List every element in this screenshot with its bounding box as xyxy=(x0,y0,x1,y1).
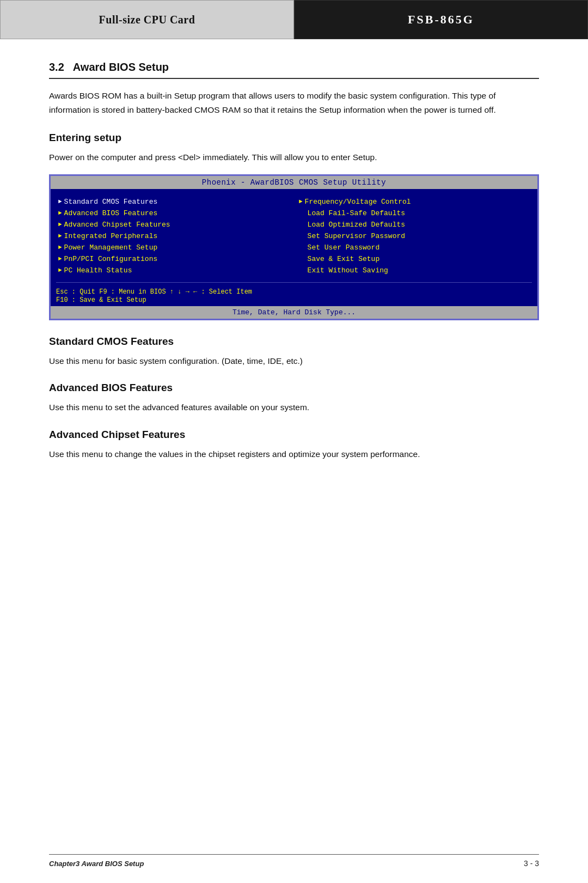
bios-arrow-advanced-chipset: ► xyxy=(58,221,62,228)
section-number: 3.2 xyxy=(49,61,64,73)
bios-arrow-pc-health: ► xyxy=(58,267,62,273)
bios-left-col: ► Standard CMOS Features ► Advanced BIOS… xyxy=(56,197,291,276)
bios-divider xyxy=(56,282,532,283)
advanced-chipset-text: Use this menu to change the values in th… xyxy=(49,447,539,461)
advanced-bios-section: Advanced BIOS Features Use this menu to … xyxy=(49,382,539,415)
bios-arrow-freq-voltage: ► xyxy=(299,198,303,205)
bios-item-pc-health[interactable]: ► PC Health Status xyxy=(56,265,291,276)
bios-screen: Phoenix - AwardBIOS CMOS Setup Utility ►… xyxy=(49,174,539,320)
bios-label-load-failsafe: Load Fail-Safe Defaults xyxy=(299,209,405,217)
advanced-bios-text: Use this menu to set the advanced featur… xyxy=(49,400,539,415)
bios-right-col: ► Frequency/Voltage Control Load Fail-Sa… xyxy=(297,197,532,276)
advanced-chipset-heading: Advanced Chipset Features xyxy=(49,429,539,441)
main-content: 3.2 Award BIOS Setup Awards BIOS ROM has… xyxy=(0,39,588,488)
bios-label-integrated-peripherals: Integrated Peripherals xyxy=(64,232,158,240)
entering-setup-text: Power on the computer and press <Del> im… xyxy=(49,150,539,165)
advanced-bios-heading: Advanced BIOS Features xyxy=(49,382,539,394)
intro-text: Awards BIOS ROM has a built-in Setup pro… xyxy=(49,89,539,117)
advanced-chipset-section: Advanced Chipset Features Use this menu … xyxy=(49,429,539,461)
bios-status-line2: F10 : Save & Exit Setup xyxy=(56,296,532,304)
standard-cmos-heading: Standard CMOS Features xyxy=(49,336,539,348)
bios-arrow-integrated-peripherals: ► xyxy=(58,233,62,239)
bios-title-bar: Phoenix - AwardBIOS CMOS Setup Utility xyxy=(51,176,537,189)
bios-menu-area: ► Standard CMOS Features ► Advanced BIOS… xyxy=(51,189,537,279)
bios-item-set-user[interactable]: Set User Password xyxy=(297,242,532,253)
bios-item-pnp-pci[interactable]: ► PnP/PCI Configurations xyxy=(56,254,291,264)
bios-item-advanced-chipset[interactable]: ► Advanced Chipset Features xyxy=(56,220,291,230)
bios-label-power-management: Power Management Setup xyxy=(64,243,158,252)
bios-label-exit-nosave: Exit Without Saving xyxy=(299,266,388,275)
bios-label-advanced-bios: Advanced BIOS Features xyxy=(64,209,158,217)
page-footer: Chapter3 Award BIOS Setup 3 - 3 xyxy=(49,854,539,868)
bios-item-exit-nosave[interactable]: Exit Without Saving xyxy=(297,265,532,276)
footer-left: Chapter3 Award BIOS Setup xyxy=(49,860,144,868)
bios-item-integrated-peripherals[interactable]: ► Integrated Peripherals xyxy=(56,231,291,241)
bios-label-set-user: Set User Password xyxy=(299,243,379,252)
bios-label-save-exit: Save & Exit Setup xyxy=(299,255,379,263)
bios-item-load-optimized[interactable]: Load Optimized Defaults xyxy=(297,220,532,230)
bios-item-load-failsafe[interactable]: Load Fail-Safe Defaults xyxy=(297,208,532,218)
bios-label-pnp-pci: PnP/PCI Configurations xyxy=(64,255,158,263)
entering-setup-section: Entering setup Power on the computer and… xyxy=(49,132,539,165)
page-container: Full-size CPU Card FSB-865G 3.2 Award BI… xyxy=(0,0,588,883)
bios-label-set-supervisor: Set Supervisor Password xyxy=(299,232,405,240)
header-right: FSB-865G xyxy=(294,0,588,39)
bios-item-standard-cmos[interactable]: ► Standard CMOS Features xyxy=(56,197,291,207)
bios-status-line1: Esc : Quit F9 : Menu in BIOS ↑ ↓ → ← : S… xyxy=(56,288,532,296)
header-bar: Full-size CPU Card FSB-865G xyxy=(0,0,588,39)
entering-setup-heading: Entering setup xyxy=(49,132,539,144)
bios-item-advanced-bios[interactable]: ► Advanced BIOS Features xyxy=(56,208,291,218)
bios-label-pc-health: PC Health Status xyxy=(64,266,132,275)
bios-status-bar: Esc : Quit F9 : Menu in BIOS ↑ ↓ → ← : S… xyxy=(51,286,537,306)
bios-arrow-advanced-bios: ► xyxy=(58,210,62,216)
bios-arrow-power-management: ► xyxy=(58,244,62,251)
bios-arrow-standard-cmos: ► xyxy=(58,198,62,205)
bios-label-freq-voltage: Frequency/Voltage Control xyxy=(305,198,411,206)
bios-bottom-title: Time, Date, Hard Disk Type... xyxy=(51,306,537,319)
standard-cmos-section: Standard CMOS Features Use this menu for… xyxy=(49,336,539,368)
header-left-label: Full-size CPU Card xyxy=(99,14,195,26)
bios-label-advanced-chipset: Advanced Chipset Features xyxy=(64,221,170,229)
bios-label-standard-cmos: Standard CMOS Features xyxy=(64,198,158,206)
bios-item-freq-voltage[interactable]: ► Frequency/Voltage Control xyxy=(297,197,532,207)
bios-item-set-supervisor[interactable]: Set Supervisor Password xyxy=(297,231,532,241)
bios-label-load-optimized: Load Optimized Defaults xyxy=(299,221,405,229)
section-heading: 3.2 Award BIOS Setup xyxy=(49,61,539,79)
standard-cmos-text: Use this menu for basic system configura… xyxy=(49,354,539,368)
footer-right: 3 - 3 xyxy=(524,859,539,868)
section-title: Award BIOS Setup xyxy=(73,61,169,73)
bios-item-power-management[interactable]: ► Power Management Setup xyxy=(56,242,291,253)
header-left: Full-size CPU Card xyxy=(0,0,294,39)
bios-item-save-exit[interactable]: Save & Exit Setup xyxy=(297,254,532,264)
bios-arrow-pnp-pci: ► xyxy=(58,255,62,262)
header-right-label: FSB-865G xyxy=(408,13,474,27)
